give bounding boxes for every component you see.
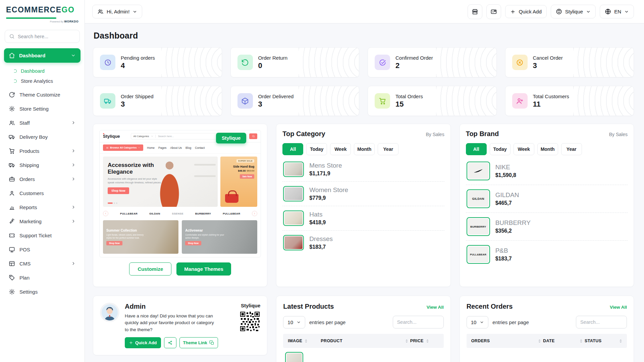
- sidebar-item-staff[interactable]: Staff: [0, 116, 85, 130]
- per-page-select[interactable]: 10: [283, 316, 305, 328]
- sidebar-item-pos[interactable]: POS: [0, 242, 85, 256]
- stat-card-cancel-order: Cancel Order3: [505, 47, 634, 77]
- share-icon: [168, 340, 173, 345]
- stat-card-order-delivered: Order Delivered3: [230, 86, 360, 116]
- sidebar-submenu: Dashboard Store Analytics: [0, 65, 85, 87]
- stat-label: Confirmed Order: [395, 55, 433, 61]
- tab-today[interactable]: Today: [490, 143, 511, 155]
- tab-week[interactable]: Week: [514, 143, 534, 155]
- stats-grid: Pending orders4 Order Return0 Confirmed …: [93, 47, 634, 116]
- brand-thumbnail: GILDAN: [467, 189, 490, 208]
- sidebar-item-orders[interactable]: Orders: [0, 172, 85, 186]
- chevron-down-icon: [586, 9, 591, 14]
- stat-card-total-orders: Total Orders15: [368, 86, 497, 116]
- per-page-select[interactable]: 10: [467, 316, 489, 328]
- tab-month[interactable]: Month: [537, 143, 558, 155]
- user-menu-button[interactable]: Hi, Admin!: [92, 5, 142, 18]
- carousel-right-icon: [252, 211, 257, 216]
- column-price[interactable]: PRICE: [410, 339, 439, 343]
- subitem-label: Store Analytics: [21, 78, 53, 84]
- sort-icon[interactable]: [580, 339, 583, 343]
- sidebar-item-support-ticket[interactable]: Support Ticket: [0, 228, 85, 242]
- column-status[interactable]: STATUS: [585, 339, 622, 343]
- category-thumbnail: [283, 235, 304, 250]
- sidebar-subitem-store-analytics[interactable]: Store Analytics: [10, 76, 85, 86]
- sidebar-item-label: Support Ticket: [19, 233, 76, 238]
- stat-label: Cancel Order: [533, 55, 563, 61]
- sort-icon[interactable]: [426, 339, 429, 343]
- stat-value: 4: [121, 61, 155, 70]
- category-thumbnail: [283, 186, 304, 201]
- carousel-left-icon: [103, 211, 108, 216]
- sidebar-item-theme-customize[interactable]: Theme Customize: [0, 87, 85, 102]
- sidebar-search-input[interactable]: [18, 34, 75, 39]
- preview-nav-contact: Contact: [195, 146, 205, 149]
- promo-sale-button: Sale Now: [240, 174, 254, 179]
- sidebar-item-label: Shipping: [19, 162, 67, 168]
- top-brand-tabs: All Today Week Month Year: [466, 143, 628, 155]
- powered-by-label: Powered By: [50, 20, 63, 23]
- sidebar-item-plan[interactable]: Plan: [0, 270, 85, 285]
- tab-year[interactable]: Year: [378, 143, 398, 155]
- sidebar-item-cms[interactable]: CMS: [0, 256, 85, 270]
- recent-orders-view-all-link[interactable]: View All: [610, 305, 627, 310]
- recent-orders-search-input[interactable]: [576, 316, 627, 328]
- tab-year[interactable]: Year: [561, 143, 582, 155]
- sidebar-item-dashboard[interactable]: Dashboard: [4, 48, 80, 63]
- sidebar-subitem-dashboard[interactable]: Dashboard: [10, 66, 85, 76]
- tab-week[interactable]: Week: [330, 143, 351, 155]
- language-button[interactable]: EN: [600, 5, 634, 18]
- sort-icon[interactable]: [405, 339, 408, 343]
- admin-quick-add-button[interactable]: Quick Add: [125, 337, 161, 348]
- sidebar-item-label: Products: [19, 148, 67, 154]
- column-orders[interactable]: ORDERS: [471, 339, 541, 343]
- customize-button[interactable]: Customize: [129, 262, 171, 276]
- theme-link-button[interactable]: Theme Link: [179, 337, 218, 348]
- people-icon: [97, 8, 104, 15]
- sidebar-item-label: POS: [19, 247, 76, 252]
- column-image[interactable]: IMAGE: [288, 339, 319, 343]
- sidebar-item-customers[interactable]: Customers: [0, 186, 85, 200]
- manage-themes-button[interactable]: Manage Themes: [176, 262, 231, 276]
- sidebar-item-shipping[interactable]: Shipping: [0, 158, 85, 172]
- sort-icon[interactable]: [305, 339, 308, 343]
- sidebar-search[interactable]: [5, 30, 80, 43]
- stat-label: Pending orders: [121, 55, 155, 61]
- chevron-right-icon: [71, 261, 76, 266]
- sidebar-item-reports[interactable]: Reports: [0, 200, 85, 214]
- tab-month[interactable]: Month: [354, 143, 375, 155]
- sidebar-item-settings[interactable]: Settings: [0, 285, 85, 299]
- sidebar-item-store-setting[interactable]: Store Setting: [0, 102, 85, 116]
- latest-products-view-all-link[interactable]: View All: [427, 305, 444, 310]
- sort-icon[interactable]: [619, 339, 622, 343]
- tab-today[interactable]: Today: [306, 143, 327, 155]
- pos-register-button[interactable]: [486, 4, 501, 19]
- stat-value: 15: [395, 100, 423, 109]
- sidebar-item-marketing[interactable]: Marketing: [0, 214, 85, 228]
- latest-products-search-input[interactable]: [393, 316, 444, 328]
- column-product[interactable]: PRODUCT: [321, 339, 408, 343]
- quick-add-button[interactable]: Quick Add: [505, 5, 546, 18]
- briefcase-icon: [9, 176, 15, 182]
- sidebar-item-delivery-boy[interactable]: Delivery Boy: [0, 130, 85, 144]
- user-icon: [9, 190, 15, 196]
- theme-switcher-button[interactable]: Stylique: [551, 5, 596, 18]
- tab-all[interactable]: All: [282, 143, 303, 155]
- category-row-mens-store: Mens Store$1,171,9: [282, 157, 444, 181]
- sidebar-item-label: Dashboard: [19, 53, 67, 58]
- admin-avatar: [100, 303, 119, 322]
- subitem-label: Dashboard: [21, 68, 45, 74]
- tag-icon: [9, 275, 15, 281]
- storefront-button[interactable]: [468, 4, 482, 19]
- column-date[interactable]: DATE: [543, 339, 583, 343]
- logo-underline: [6, 17, 56, 19]
- sort-icon[interactable]: [538, 339, 541, 343]
- stat-card-pending-orders: Pending orders4: [93, 47, 222, 77]
- theme-badge[interactable]: Stylique: [216, 133, 246, 143]
- stat-label: Order Delivered: [258, 94, 294, 99]
- share-button[interactable]: [164, 337, 176, 348]
- tab-all[interactable]: All: [466, 143, 487, 155]
- preview-category-select: All Categories: [133, 135, 149, 138]
- cart-icon: [375, 93, 390, 109]
- sidebar-item-products[interactable]: Products: [0, 144, 85, 158]
